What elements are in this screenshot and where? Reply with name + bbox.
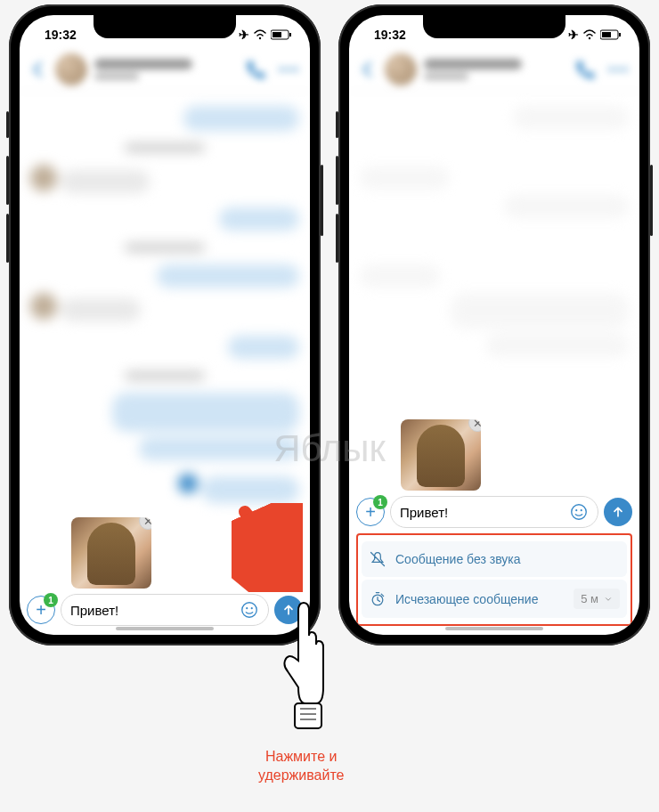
option-silent-label: Сообщение без звука — [395, 552, 521, 566]
message-text: Привет! — [400, 505, 448, 520]
emoji-icon[interactable] — [240, 600, 259, 620]
more-icon[interactable] — [276, 57, 301, 82]
avatar[interactable] — [55, 53, 87, 85]
svg-point-10 — [589, 37, 590, 39]
attachment-preview[interactable]: ✕ — [71, 517, 151, 589]
svg-point-9 — [251, 607, 253, 609]
contact-name[interactable] — [424, 59, 566, 80]
svg-point-16 — [623, 67, 628, 71]
send-button[interactable] — [604, 498, 632, 526]
svg-rect-12 — [602, 32, 611, 37]
svg-point-18 — [575, 509, 577, 511]
chevron-down-icon — [604, 595, 613, 604]
svg-point-19 — [581, 509, 582, 511]
notch — [423, 15, 565, 38]
battery-icon — [600, 29, 622, 40]
home-indicator — [445, 627, 543, 630]
emoji-icon[interactable] — [569, 502, 589, 522]
chat-messages-blurred — [20, 92, 310, 517]
send-options-panel: Сообщение без звука Исчезающее сообщение… — [356, 533, 632, 626]
attach-button[interactable]: + 1 — [356, 498, 385, 526]
call-icon[interactable] — [574, 57, 598, 82]
chat-header — [349, 47, 639, 92]
notch — [94, 15, 236, 38]
airplane-icon: ✈ — [239, 28, 249, 42]
attachment-badge: 1 — [44, 593, 58, 607]
svg-rect-3 — [289, 33, 291, 37]
status-time: 19:32 — [45, 28, 77, 42]
finger-pointer-icon — [279, 598, 332, 732]
option-silent-message[interactable]: Сообщение без звука — [362, 541, 627, 577]
battery-icon — [271, 29, 292, 40]
svg-rect-13 — [619, 33, 621, 37]
attachment-badge: 1 — [373, 495, 387, 509]
phone-mockup-right: 19:32 ✈ — [338, 4, 650, 646]
back-icon[interactable] — [358, 60, 378, 79]
message-input[interactable]: Привет! — [390, 496, 598, 528]
svg-rect-21 — [295, 703, 321, 728]
contact-name[interactable] — [94, 59, 237, 80]
message-text: Привет! — [70, 603, 118, 618]
back-icon[interactable] — [28, 60, 48, 79]
svg-point-14 — [609, 67, 614, 71]
svg-point-0 — [259, 37, 261, 39]
svg-point-15 — [616, 67, 621, 71]
timer-selector[interactable]: 5 м — [574, 589, 620, 609]
wifi-icon — [253, 29, 267, 40]
chat-messages-blurred — [349, 92, 639, 371]
status-time: 19:32 — [374, 28, 406, 42]
svg-rect-2 — [273, 32, 281, 37]
svg-point-17 — [572, 505, 587, 520]
svg-point-5 — [287, 67, 291, 71]
instruction-arrow — [232, 503, 303, 592]
home-indicator — [116, 627, 214, 630]
message-input[interactable]: Привет! — [61, 594, 269, 626]
svg-point-7 — [242, 603, 257, 618]
option-disappearing-message[interactable]: Исчезающее сообщение 5 м — [362, 580, 627, 618]
instruction-text: Нажмите и удерживайте — [258, 748, 344, 785]
call-icon[interactable] — [244, 57, 269, 82]
avatar[interactable] — [385, 53, 417, 85]
attachment-preview[interactable]: ✕ — [401, 419, 481, 491]
chat-header — [20, 47, 310, 92]
wifi-icon — [582, 29, 597, 40]
more-icon[interactable] — [606, 57, 631, 82]
timer-icon — [369, 590, 386, 608]
airplane-icon: ✈ — [568, 28, 579, 42]
timer-value: 5 м — [581, 592, 598, 605]
send-arrow-icon — [611, 505, 625, 519]
svg-point-4 — [280, 67, 284, 71]
composer-area: ✕ + 1 Привет! — [356, 419, 632, 528]
svg-point-6 — [294, 67, 298, 71]
remove-attachment-icon[interactable]: ✕ — [468, 419, 481, 432]
attach-button[interactable]: + 1 — [27, 596, 55, 624]
mute-icon — [369, 550, 386, 568]
svg-point-8 — [246, 607, 248, 609]
option-disappearing-label: Исчезающее сообщение — [395, 592, 538, 606]
remove-attachment-icon[interactable]: ✕ — [139, 517, 151, 530]
